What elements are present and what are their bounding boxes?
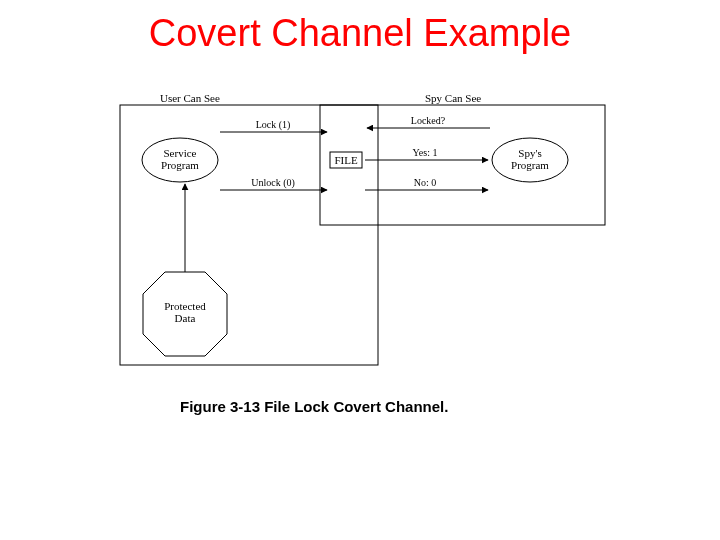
spy-program-line2: Program [511,159,549,171]
yes-label: Yes: 1 [413,147,438,158]
protected-data-line1: Protected [164,300,206,312]
user-panel [120,105,378,365]
service-program-line1: Service [164,147,197,159]
locked-query-label: Locked? [411,115,446,126]
file-label: FILE [334,154,358,166]
user-panel-label: User Can See [160,92,220,104]
service-program-line2: Program [161,159,199,171]
protected-data-line2: Data [175,312,196,324]
lock-arrow-label: Lock (1) [256,119,291,131]
spy-program-line1: Spy's [518,147,541,159]
page-title: Covert Channel Example [0,12,720,55]
spy-panel-label: Spy Can See [425,92,481,104]
spy-panel [320,105,605,225]
diagram-svg: User Can See Spy Can See Service Program… [115,90,610,370]
unlock-arrow-label: Unlock (0) [251,177,295,189]
no-label: No: 0 [414,177,437,188]
figure-caption: Figure 3-13 File Lock Covert Channel. [180,398,448,415]
